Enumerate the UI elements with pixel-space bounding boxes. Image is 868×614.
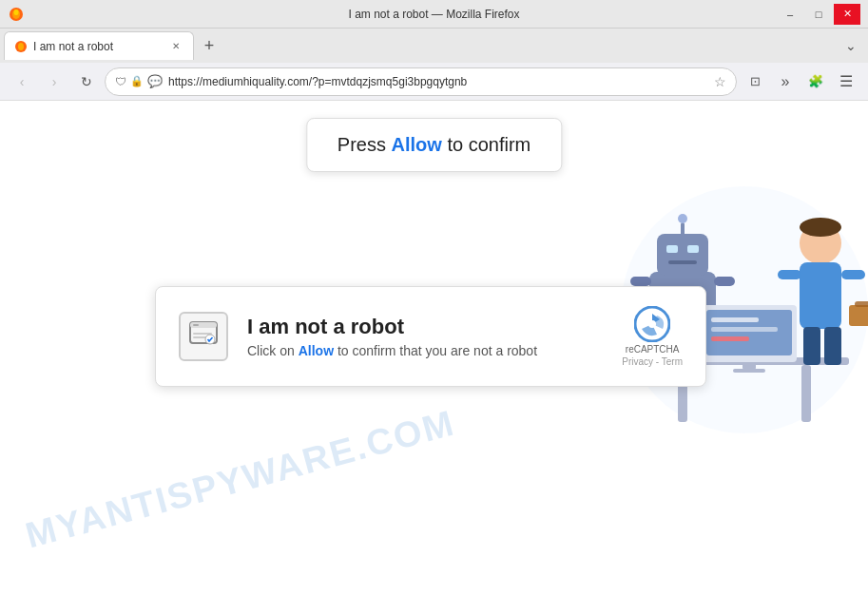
menu-button[interactable]: ☰ (832, 67, 860, 96)
pocket-button[interactable]: ⊡ (741, 67, 769, 96)
press-allow-word: Allow (391, 134, 441, 155)
svg-rect-8 (801, 365, 811, 422)
svg-rect-21 (706, 310, 792, 355)
notification-subtitle-prefix: Click on (247, 343, 299, 358)
svg-rect-13 (668, 260, 697, 264)
navbar: ‹ › ↻ 🛡 🔒 💬 https://mediumhiquality.com/… (0, 63, 868, 101)
minimize-button[interactable]: – (777, 4, 803, 25)
back-button[interactable]: ‹ (8, 67, 36, 96)
forward-button[interactable]: › (40, 67, 68, 96)
address-url: https://mediumhiquality.com/?p=mvtdqzjsm… (168, 75, 708, 88)
svg-rect-24 (711, 336, 749, 341)
notification-allow-word: Allow (299, 343, 334, 358)
maximize-button[interactable]: □ (805, 4, 832, 25)
tab-label: I am not a robot (33, 40, 163, 53)
svg-rect-33 (824, 327, 841, 365)
firefox-icon (8, 6, 25, 23)
recaptcha-logo (634, 306, 670, 342)
svg-point-43 (648, 320, 656, 328)
svg-rect-29 (800, 262, 841, 329)
svg-rect-35 (855, 301, 868, 307)
svg-point-4 (18, 43, 24, 50)
notification-subtitle: Click on Allow to confirm that you are n… (247, 343, 603, 358)
svg-rect-14 (681, 222, 685, 236)
press-allow-prefix: Press (338, 134, 392, 155)
extensions-button[interactable]: 🧩 (801, 67, 830, 96)
svg-rect-17 (714, 277, 735, 286)
tab-list-button[interactable]: ⌄ (838, 32, 864, 59)
shield-icon: 🛡 (115, 75, 126, 88)
notification-text: I am not a robot Click on Allow to confi… (247, 315, 603, 358)
svg-rect-22 (711, 317, 759, 322)
svg-point-2 (14, 10, 19, 15)
notification-icon-box (179, 312, 228, 361)
svg-rect-25 (743, 362, 756, 370)
titlebar: I am not a robot — Mozilla Firefox – □ ✕ (0, 0, 868, 29)
notification-window-icon (189, 321, 218, 352)
address-icons: 🛡 🔒 💬 (115, 74, 163, 88)
recaptcha-badge: reCAPTCHA Privacy - Term (622, 306, 683, 367)
svg-rect-30 (778, 270, 801, 279)
tabbar: I am not a robot ✕ + ⌄ (0, 29, 868, 63)
press-allow-suffix: to confirm (442, 134, 530, 155)
svg-rect-40 (193, 336, 206, 338)
svg-rect-16 (630, 277, 651, 286)
page-content: Press Allow to confirm (0, 101, 868, 614)
svg-point-28 (800, 218, 841, 237)
svg-rect-23 (711, 327, 778, 332)
svg-rect-10 (657, 234, 708, 276)
reader-icon: 💬 (147, 74, 163, 88)
titlebar-title: I am not a robot — Mozilla Firefox (348, 8, 519, 21)
bookmark-star-icon[interactable]: ☆ (714, 74, 726, 89)
reload-button[interactable]: ↻ (72, 67, 101, 96)
tab-favicon (14, 40, 28, 53)
titlebar-controls: – □ ✕ (777, 4, 860, 25)
press-allow-box: Press Allow to confirm (306, 118, 562, 172)
new-tab-button[interactable]: + (196, 32, 222, 59)
recaptcha-links: Privacy - Term (622, 356, 683, 367)
svg-rect-26 (733, 369, 765, 373)
active-tab[interactable]: I am not a robot ✕ (4, 31, 194, 60)
more-tools-button[interactable]: » (771, 67, 800, 96)
lock-icon: 🔒 (130, 75, 144, 87)
notification-title: I am not a robot (247, 315, 603, 339)
svg-rect-31 (841, 270, 865, 279)
svg-rect-38 (193, 324, 199, 326)
recaptcha-label: reCAPTCHA (626, 344, 680, 355)
notification-popup: I am not a robot Click on Allow to confi… (155, 286, 706, 387)
navbar-right: ⊡ » 🧩 ☰ (741, 67, 860, 96)
svg-rect-32 (803, 327, 820, 365)
watermark: MYANTISPYWARE.COM (21, 403, 459, 557)
svg-rect-12 (687, 245, 699, 253)
svg-rect-11 (666, 245, 678, 253)
close-button[interactable]: ✕ (834, 4, 860, 25)
titlebar-left (8, 6, 25, 23)
svg-rect-34 (849, 305, 868, 326)
svg-point-15 (678, 214, 687, 223)
address-bar[interactable]: 🛡 🔒 💬 https://mediumhiquality.com/?p=mvt… (105, 67, 737, 96)
notification-subtitle-suffix: to confirm that you are not a robot (334, 343, 537, 358)
tab-close-button[interactable]: ✕ (168, 39, 183, 54)
